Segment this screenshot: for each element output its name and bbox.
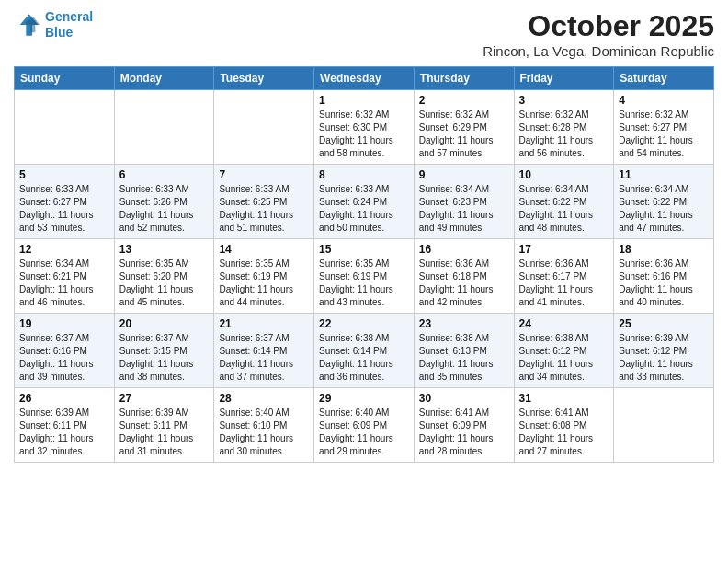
calendar-cell: 8 Sunrise: 6:33 AMSunset: 6:24 PMDayligh… <box>314 165 415 239</box>
day-info: Sunrise: 6:36 AMSunset: 6:17 PMDaylight:… <box>519 258 609 309</box>
month-title: October 2025 <box>483 9 714 43</box>
title-block: October 2025 Rincon, La Vega, Dominican … <box>483 9 714 59</box>
day-info: Sunrise: 6:33 AMSunset: 6:24 PMDaylight:… <box>319 183 409 235</box>
day-info: Sunrise: 6:37 AMSunset: 6:16 PMDaylight:… <box>19 332 109 384</box>
calendar-cell: 24 Sunrise: 6:38 AMSunset: 6:12 PMDaylig… <box>514 314 614 388</box>
day-info: Sunrise: 6:34 AMSunset: 6:23 PMDaylight:… <box>419 183 509 235</box>
calendar-cell: 3 Sunrise: 6:32 AMSunset: 6:28 PMDayligh… <box>514 90 614 165</box>
calendar-cell: 28 Sunrise: 6:40 AMSunset: 6:10 PMDaylig… <box>214 388 314 463</box>
day-info: Sunrise: 6:38 AMSunset: 6:14 PMDaylight:… <box>319 332 409 384</box>
calendar-cell: 11 Sunrise: 6:34 AMSunset: 6:22 PMDaylig… <box>614 165 714 239</box>
day-info: Sunrise: 6:41 AMSunset: 6:08 PMDaylight:… <box>519 407 609 458</box>
day-number: 3 <box>519 94 609 107</box>
day-number: 10 <box>519 168 609 181</box>
calendar-cell: 9 Sunrise: 6:34 AMSunset: 6:23 PMDayligh… <box>414 165 514 239</box>
day-number: 19 <box>19 317 109 330</box>
calendar-cell: 17 Sunrise: 6:36 AMSunset: 6:17 PMDaylig… <box>514 239 614 314</box>
calendar-cell: 25 Sunrise: 6:39 AMSunset: 6:12 PMDaylig… <box>614 314 714 388</box>
calendar-week-row: 5 Sunrise: 6:33 AMSunset: 6:27 PMDayligh… <box>15 165 714 239</box>
page: General Blue October 2025 Rincon, La Veg… <box>0 0 728 563</box>
calendar-cell: 18 Sunrise: 6:36 AMSunset: 6:16 PMDaylig… <box>614 239 714 314</box>
day-info: Sunrise: 6:33 AMSunset: 6:27 PMDaylight:… <box>19 183 109 235</box>
calendar-cell: 6 Sunrise: 6:33 AMSunset: 6:26 PMDayligh… <box>114 165 214 239</box>
calendar-cell <box>114 90 214 165</box>
calendar-cell: 27 Sunrise: 6:39 AMSunset: 6:11 PMDaylig… <box>114 388 214 463</box>
day-number: 23 <box>419 317 509 330</box>
day-info: Sunrise: 6:37 AMSunset: 6:15 PMDaylight:… <box>119 332 210 384</box>
day-number: 25 <box>619 317 709 330</box>
calendar-cell: 10 Sunrise: 6:34 AMSunset: 6:22 PMDaylig… <box>514 165 614 239</box>
calendar-cell: 7 Sunrise: 6:33 AMSunset: 6:25 PMDayligh… <box>214 165 314 239</box>
logo: General Blue <box>14 9 93 40</box>
calendar-cell: 2 Sunrise: 6:32 AMSunset: 6:29 PMDayligh… <box>414 90 514 165</box>
calendar-cell: 5 Sunrise: 6:33 AMSunset: 6:27 PMDayligh… <box>15 165 115 239</box>
day-info: Sunrise: 6:40 AMSunset: 6:09 PMDaylight:… <box>319 407 409 458</box>
calendar-cell: 1 Sunrise: 6:32 AMSunset: 6:30 PMDayligh… <box>314 90 415 165</box>
day-number: 16 <box>419 243 509 256</box>
calendar-week-row: 1 Sunrise: 6:32 AMSunset: 6:30 PMDayligh… <box>15 90 714 165</box>
day-info: Sunrise: 6:35 AMSunset: 6:20 PMDaylight:… <box>119 258 210 309</box>
day-number: 17 <box>519 243 609 256</box>
day-info: Sunrise: 6:39 AMSunset: 6:11 PMDaylight:… <box>119 407 210 458</box>
day-info: Sunrise: 6:36 AMSunset: 6:16 PMDaylight:… <box>619 258 709 309</box>
calendar-cell: 19 Sunrise: 6:37 AMSunset: 6:16 PMDaylig… <box>15 314 115 388</box>
day-number: 31 <box>519 392 609 405</box>
day-number: 26 <box>19 392 109 405</box>
day-info: Sunrise: 6:40 AMSunset: 6:10 PMDaylight:… <box>219 407 309 458</box>
header: General Blue October 2025 Rincon, La Veg… <box>14 9 714 59</box>
day-number: 7 <box>219 168 309 181</box>
calendar-cell: 4 Sunrise: 6:32 AMSunset: 6:27 PMDayligh… <box>614 90 714 165</box>
day-number: 28 <box>219 392 309 405</box>
day-number: 22 <box>319 317 409 330</box>
day-info: Sunrise: 6:36 AMSunset: 6:18 PMDaylight:… <box>419 258 509 309</box>
weekday-header-sunday: Sunday <box>15 67 115 90</box>
day-info: Sunrise: 6:38 AMSunset: 6:12 PMDaylight:… <box>519 332 609 384</box>
logo-icon <box>14 11 41 39</box>
day-info: Sunrise: 6:39 AMSunset: 6:11 PMDaylight:… <box>19 407 109 458</box>
location-title: Rincon, La Vega, Dominican Republic <box>483 43 714 59</box>
calendar: SundayMondayTuesdayWednesdayThursdayFrid… <box>14 66 714 463</box>
day-info: Sunrise: 6:33 AMSunset: 6:25 PMDaylight:… <box>219 183 309 235</box>
day-number: 21 <box>219 317 309 330</box>
weekday-header-friday: Friday <box>514 67 614 90</box>
weekday-header-wednesday: Wednesday <box>314 67 415 90</box>
day-number: 9 <box>419 168 509 181</box>
day-number: 12 <box>19 243 109 256</box>
logo-line1: General <box>45 9 93 24</box>
day-number: 6 <box>119 168 210 181</box>
calendar-cell: 12 Sunrise: 6:34 AMSunset: 6:21 PMDaylig… <box>15 239 115 314</box>
day-number: 2 <box>419 94 509 107</box>
logo-text: General Blue <box>45 9 93 40</box>
day-info: Sunrise: 6:35 AMSunset: 6:19 PMDaylight:… <box>219 258 309 309</box>
calendar-cell: 31 Sunrise: 6:41 AMSunset: 6:08 PMDaylig… <box>514 388 614 463</box>
day-number: 15 <box>319 243 409 256</box>
day-number: 5 <box>19 168 109 181</box>
calendar-week-row: 12 Sunrise: 6:34 AMSunset: 6:21 PMDaylig… <box>15 239 714 314</box>
day-info: Sunrise: 6:41 AMSunset: 6:09 PMDaylight:… <box>419 407 509 458</box>
day-info: Sunrise: 6:32 AMSunset: 6:28 PMDaylight:… <box>519 109 609 160</box>
weekday-header-monday: Monday <box>114 67 214 90</box>
calendar-cell: 16 Sunrise: 6:36 AMSunset: 6:18 PMDaylig… <box>414 239 514 314</box>
day-info: Sunrise: 6:34 AMSunset: 6:21 PMDaylight:… <box>19 258 109 309</box>
day-number: 1 <box>319 94 409 107</box>
day-info: Sunrise: 6:33 AMSunset: 6:26 PMDaylight:… <box>119 183 210 235</box>
weekday-header-saturday: Saturday <box>614 67 714 90</box>
calendar-cell: 23 Sunrise: 6:38 AMSunset: 6:13 PMDaylig… <box>414 314 514 388</box>
day-number: 20 <box>119 317 210 330</box>
day-number: 8 <box>319 168 409 181</box>
day-info: Sunrise: 6:32 AMSunset: 6:27 PMDaylight:… <box>619 109 709 160</box>
calendar-header-row: SundayMondayTuesdayWednesdayThursdayFrid… <box>15 67 714 90</box>
day-number: 18 <box>619 243 709 256</box>
calendar-cell: 29 Sunrise: 6:40 AMSunset: 6:09 PMDaylig… <box>314 388 415 463</box>
weekday-header-tuesday: Tuesday <box>214 67 314 90</box>
day-number: 11 <box>619 168 709 181</box>
day-info: Sunrise: 6:32 AMSunset: 6:30 PMDaylight:… <box>319 109 409 160</box>
day-number: 29 <box>319 392 409 405</box>
day-info: Sunrise: 6:35 AMSunset: 6:19 PMDaylight:… <box>319 258 409 309</box>
day-info: Sunrise: 6:39 AMSunset: 6:12 PMDaylight:… <box>619 332 709 384</box>
day-number: 14 <box>219 243 309 256</box>
calendar-cell: 26 Sunrise: 6:39 AMSunset: 6:11 PMDaylig… <box>15 388 115 463</box>
day-number: 30 <box>419 392 509 405</box>
calendar-cell <box>214 90 314 165</box>
weekday-header-thursday: Thursday <box>414 67 514 90</box>
